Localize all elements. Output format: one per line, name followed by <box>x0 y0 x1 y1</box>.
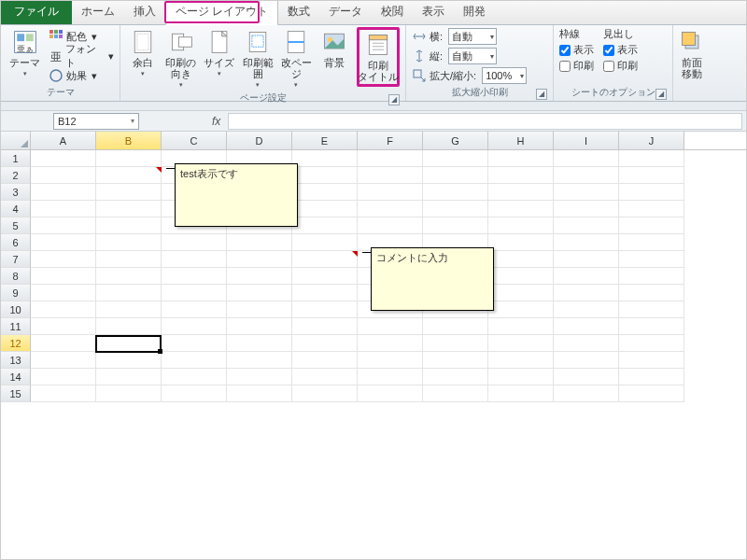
headings-print-checkbox[interactable]: 印刷 <box>603 59 638 73</box>
cell[interactable] <box>227 301 292 318</box>
row-header-11[interactable]: 11 <box>1 318 31 335</box>
cell[interactable] <box>31 285 96 301</box>
cell[interactable] <box>292 352 358 369</box>
page-setup-dialog-launcher[interactable]: ◢ <box>388 94 400 105</box>
cell[interactable] <box>96 335 162 352</box>
cell[interactable] <box>619 150 684 167</box>
formula-input[interactable] <box>228 113 742 130</box>
cell[interactable] <box>554 318 619 335</box>
row-header-14[interactable]: 14 <box>1 369 31 385</box>
cell[interactable] <box>488 251 554 268</box>
tab-formulas[interactable]: 数式 <box>278 0 319 24</box>
row-header-13[interactable]: 13 <box>1 352 31 369</box>
tab-data[interactable]: データ <box>319 0 372 24</box>
tab-file[interactable]: ファイル <box>1 0 72 24</box>
row-header-3[interactable]: 3 <box>1 184 31 201</box>
cell[interactable] <box>554 150 619 167</box>
cell[interactable] <box>227 385 292 402</box>
cell[interactable] <box>227 369 292 385</box>
cell[interactable] <box>619 335 684 352</box>
cell[interactable] <box>31 150 96 167</box>
cell[interactable] <box>554 217 619 234</box>
row-header-1[interactable]: 1 <box>1 150 31 167</box>
cell[interactable] <box>619 268 684 285</box>
cell[interactable] <box>162 234 227 251</box>
cell[interactable] <box>31 217 96 234</box>
cell[interactable] <box>31 335 96 352</box>
cell[interactable] <box>488 369 554 385</box>
spreadsheet-grid[interactable]: A B C D E F G H I J 12345678910111213141… <box>1 132 746 402</box>
cell[interactable] <box>423 335 488 352</box>
cell[interactable] <box>619 184 684 201</box>
row-header-5[interactable]: 5 <box>1 217 31 234</box>
cell[interactable] <box>619 201 684 217</box>
cell[interactable] <box>96 285 162 301</box>
cell[interactable] <box>554 251 619 268</box>
col-header-J[interactable]: J <box>619 132 684 149</box>
cell[interactable] <box>96 268 162 285</box>
cell[interactable] <box>358 184 423 201</box>
cell[interactable] <box>358 318 423 335</box>
cell[interactable] <box>358 167 423 184</box>
cell[interactable] <box>554 201 619 217</box>
cell[interactable] <box>488 335 554 352</box>
cell[interactable] <box>488 318 554 335</box>
cell[interactable] <box>227 234 292 251</box>
col-header-D[interactable]: D <box>227 132 292 149</box>
cell[interactable] <box>31 234 96 251</box>
cell[interactable] <box>358 352 423 369</box>
cell[interactable] <box>31 251 96 268</box>
bring-forward-button[interactable]: 前面 移動 <box>679 27 705 81</box>
scale-percent-input[interactable]: 100% <box>482 67 527 84</box>
cell[interactable] <box>31 369 96 385</box>
cell[interactable] <box>162 318 227 335</box>
cell[interactable] <box>554 167 619 184</box>
cell[interactable] <box>227 318 292 335</box>
cell[interactable] <box>31 301 96 318</box>
cell[interactable] <box>292 234 358 251</box>
cell[interactable] <box>358 369 423 385</box>
orientation-button[interactable]: 印刷の 向き▾ <box>164 27 197 91</box>
gridlines-print-checkbox[interactable]: 印刷 <box>559 59 594 73</box>
cell[interactable] <box>96 369 162 385</box>
cell[interactable] <box>619 369 684 385</box>
cell[interactable] <box>292 385 358 402</box>
cell[interactable] <box>358 217 423 234</box>
cell[interactable] <box>488 167 554 184</box>
select-all-corner[interactable] <box>1 132 31 149</box>
cell[interactable] <box>488 217 554 234</box>
cell[interactable] <box>358 201 423 217</box>
cell[interactable] <box>554 301 619 318</box>
cell[interactable] <box>423 318 488 335</box>
cell[interactable] <box>31 167 96 184</box>
cell[interactable] <box>96 352 162 369</box>
cell[interactable] <box>292 251 358 268</box>
background-button[interactable]: 背景 <box>318 27 351 70</box>
cell[interactable] <box>619 318 684 335</box>
cell[interactable] <box>423 184 488 201</box>
cell[interactable] <box>96 150 162 167</box>
row-header-10[interactable]: 10 <box>1 301 31 318</box>
cell[interactable] <box>227 285 292 301</box>
cell[interactable] <box>292 268 358 285</box>
cell[interactable] <box>292 201 358 217</box>
cell[interactable] <box>619 251 684 268</box>
cell[interactable] <box>554 234 619 251</box>
margins-button[interactable]: 余白▾ <box>126 27 159 79</box>
cell[interactable] <box>488 150 554 167</box>
cell[interactable] <box>423 385 488 402</box>
col-header-E[interactable]: E <box>292 132 358 149</box>
cell[interactable] <box>31 385 96 402</box>
cell[interactable] <box>162 301 227 318</box>
col-header-I[interactable]: I <box>554 132 619 149</box>
tab-review[interactable]: 校閲 <box>372 0 413 24</box>
cell[interactable] <box>96 217 162 234</box>
cell[interactable] <box>96 167 162 184</box>
cell[interactable] <box>227 268 292 285</box>
cell[interactable] <box>554 335 619 352</box>
cell[interactable] <box>96 201 162 217</box>
breaks-button[interactable]: 改ページ▾ <box>280 27 313 91</box>
cell[interactable] <box>554 352 619 369</box>
headings-view-checkbox[interactable]: 表示 <box>603 43 638 57</box>
cell[interactable] <box>96 251 162 268</box>
